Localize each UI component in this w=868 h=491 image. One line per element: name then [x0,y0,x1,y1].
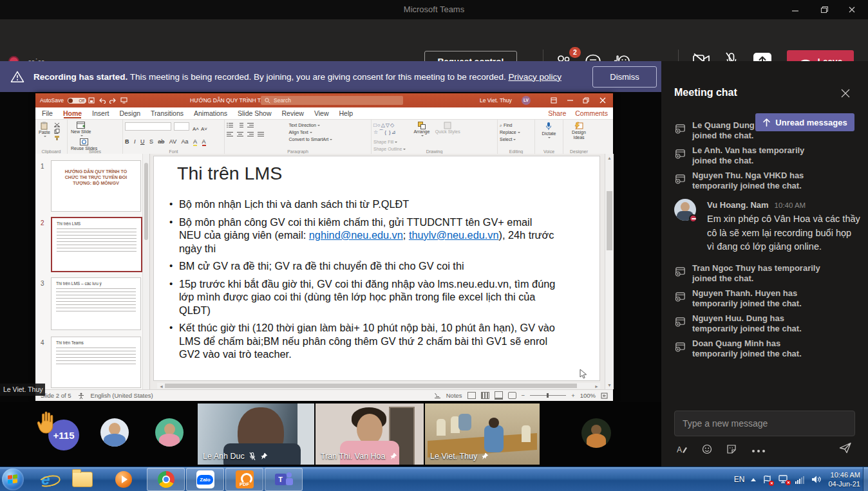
close-icon[interactable] [847,5,856,14]
shape-fill-button[interactable]: Shape Fill [373,139,406,145]
replace-button[interactable]: Replace [500,129,520,135]
comments-button[interactable]: Comments [575,109,608,117]
ppt-user-avatar[interactable]: LV [522,96,531,105]
slide-thumbnail-2-selected[interactable]: Thi trên LMS [51,217,142,272]
undo-icon[interactable] [99,97,106,104]
participant-avatar[interactable] [100,418,129,447]
list-buttons[interactable] [227,122,286,128]
zalo-icon[interactable]: Zalo [186,468,224,491]
ppt-doc-title[interactable]: HƯỚNG DẪN QUY TRÌNH T... [190,97,265,104]
save-icon[interactable] [88,97,95,104]
shadow-button[interactable]: S [149,138,153,145]
font-name-select[interactable] [125,122,171,131]
ppt-search-box[interactable]: Search [261,96,403,105]
notes-icon[interactable] [434,393,441,398]
zoom-level[interactable]: 100% [580,392,596,399]
emoji-icon[interactable] [702,444,712,454]
highlight-button[interactable]: A [193,138,197,146]
sticker-icon[interactable] [726,444,737,454]
volume-icon[interactable] [811,475,822,484]
compose-more-icon[interactable] [751,443,766,455]
video-tile-tran-thi-van-hoa[interactable]: Tran Thi. Van Hoa [316,403,424,465]
menu-file[interactable]: File [42,109,53,117]
autosave-label[interactable]: AutoSave [40,97,64,104]
network-status-icon[interactable]: ✕ [778,475,789,484]
email-link[interactable]: nghind@neu.edu.vn [309,229,403,241]
text-direction-button[interactable]: Text Direction [288,122,332,128]
menu-transitions[interactable]: Transitions [151,109,184,117]
menu-insert[interactable]: Insert [92,109,109,117]
signal-strength-icon[interactable] [795,476,805,484]
autosave-toggle[interactable]: Off [68,98,86,104]
chat-input[interactable] [675,411,854,436]
privacy-policy-link[interactable]: Privacy policy [508,72,561,82]
menu-animations[interactable]: Animations [194,109,227,117]
internet-explorer-icon[interactable]: e [35,470,56,489]
arrange-button[interactable]: Arrange [412,121,431,138]
align-text-button[interactable]: Align Text [288,129,332,135]
reading-view-icon[interactable] [495,391,503,400]
media-player-icon[interactable] [113,470,134,489]
ppt-close-icon[interactable] [599,97,606,104]
grow-font-button[interactable]: A˄ [193,126,199,132]
shrink-font-button[interactable]: A˅ [201,126,207,132]
find-button[interactable]: ⌕ Find [500,122,520,128]
slide-horizontal-scrollbar[interactable]: ◄► [157,383,600,389]
unread-messages-button[interactable]: Unread messages [755,113,854,131]
select-button[interactable]: Select [500,136,520,142]
dictate-button[interactable]: Dictate [541,121,558,140]
slide-sorter-icon[interactable] [481,392,489,399]
ppt-minimize-icon[interactable] [567,100,573,102]
quick-styles-button[interactable]: Quick Styles [434,121,462,135]
zoom-in-button[interactable]: + [571,392,575,399]
convert-smartart-button[interactable]: Convert to SmartArt [288,136,332,142]
teams-icon[interactable]: T [265,468,303,491]
menu-home[interactable]: Home [63,109,82,117]
notes-button[interactable]: Notes [446,392,462,399]
new-slide-button[interactable]: New Slide [70,121,93,138]
language-status[interactable]: English (United States) [91,392,153,399]
chrome-icon[interactable] [147,468,185,491]
file-explorer-icon[interactable] [72,470,93,489]
strikethrough-button[interactable]: ab [158,138,164,145]
menu-help[interactable]: Help [339,109,354,117]
start-button[interactable] [2,468,24,490]
clock[interactable]: 10:46 AM 04-Jun-21 [828,470,860,488]
slideshow-icon[interactable] [120,97,127,104]
maximize-icon[interactable] [819,5,828,14]
menu-slideshow[interactable]: Slide Show [238,109,272,117]
dismiss-button[interactable]: Dismiss [592,66,657,88]
video-tile-le-anh-duc[interactable]: Le Anh Duc [198,403,314,465]
tray-expand-icon[interactable] [751,476,756,481]
chat-close-icon[interactable] [840,88,851,98]
align-buttons[interactable] [227,131,286,137]
redo-icon[interactable] [109,97,117,104]
action-center-icon[interactable]: ✕ [762,475,772,485]
ppt-user-name[interactable]: Le Viet. Thuy [480,97,512,104]
participant-avatar[interactable] [581,418,611,448]
font-color-button[interactable]: A [202,138,206,146]
normal-view-icon[interactable] [467,392,476,399]
format-icon[interactable]: A [677,445,688,454]
thumbnail-scrollbar[interactable] [142,154,149,389]
bold-button[interactable]: B [125,138,129,145]
send-icon[interactable] [839,442,852,454]
slide-thumbnail-3[interactable]: Thi trên LMS – các lưu ý [51,277,141,330]
design-ideas-button[interactable]: Design Ideas [565,121,592,141]
slideshow-view-icon[interactable] [508,392,516,399]
participant-avatar[interactable] [155,418,184,447]
slide-thumbnail-4[interactable]: Thi trên Teams [51,337,141,388]
change-case-button[interactable]: Aa [182,138,189,145]
slide-vertical-scrollbar[interactable]: ▲▼ [605,154,614,389]
char-spacing-button[interactable]: AV [169,138,176,145]
underline-button[interactable]: U [140,138,145,145]
ribbon-options-icon[interactable] [551,97,557,104]
email-link[interactable]: thuylv@neu.edu.vn [409,229,499,241]
share-button[interactable]: Share [548,109,566,117]
zoom-slider[interactable] [530,395,566,396]
slide-thumbnail-1[interactable]: HƯỚNG DẪN QUY TRÌNH TỔ CHỨC THI TRỰC TUY… [51,160,141,212]
paste-button[interactable]: Paste [37,121,52,138]
shapes-gallery[interactable]: □○△▽◇ ☆⌒{ }⊿ [373,121,410,135]
minimize-icon[interactable] [791,5,800,14]
menu-review[interactable]: Review [282,109,304,117]
